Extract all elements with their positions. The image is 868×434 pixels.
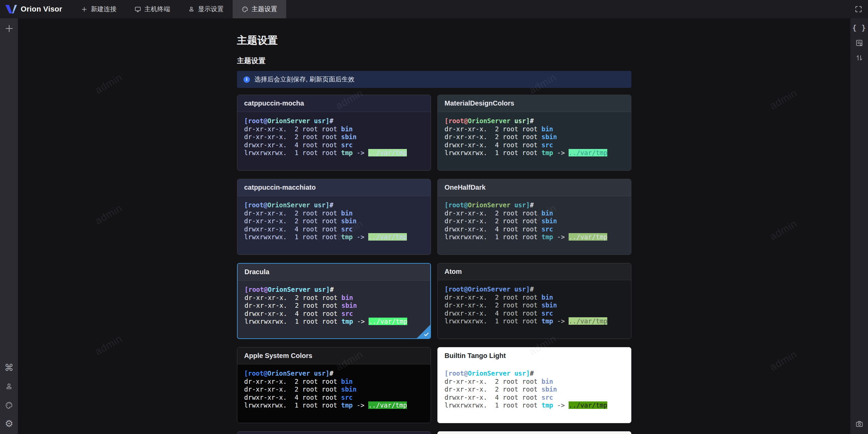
- theme-card-header: Builtin Tango Light: [438, 347, 631, 364]
- theme-card-header: MaterialDesignColors: [438, 95, 631, 112]
- tab-host-terminal[interactable]: 主机终端: [125, 0, 179, 18]
- theme-card[interactable]: Apple System Colors [root@OrionServer us…: [237, 347, 431, 423]
- doc-bookmark-icon: [855, 39, 864, 47]
- theme-card[interactable]: [437, 431, 631, 434]
- theme-settings-button[interactable]: [2, 398, 16, 413]
- terminal-preview: [root@OrionServer usr]#dr-xr-xr-x. 2 roo…: [237, 112, 431, 157]
- right-sidebar-bottom: [852, 416, 866, 431]
- info-banner-text: 选择后会立刻保存, 刷新页面后生效: [254, 75, 355, 84]
- theme-name: OneHalfDark: [445, 184, 486, 191]
- theme-card-header: catppuccin-mocha: [237, 95, 431, 112]
- display-settings-button[interactable]: [2, 379, 16, 394]
- transfer-button[interactable]: [852, 50, 866, 65]
- gear-icon: [5, 419, 13, 429]
- fullscreen-icon: [854, 5, 863, 13]
- theme-card[interactable]: Dracula [root@OrionServer usr]#dr-xr-xr-…: [237, 263, 431, 339]
- check-icon: [423, 332, 429, 337]
- tab-label: 新建连接: [91, 5, 117, 14]
- theme-card-header: [438, 432, 631, 434]
- variables-button[interactable]: [852, 20, 866, 35]
- right-sidebar: [850, 18, 868, 434]
- page-title: 主题设置: [237, 34, 631, 48]
- theme-card[interactable]: OneHalfDark [root@OrionServer usr]#dr-xr…: [437, 179, 631, 255]
- tab-label: 主机终端: [144, 5, 170, 14]
- stamp-icon: [188, 6, 195, 13]
- topbar: Orion Visor 新建连接 主机终端 显示设置 主题设置: [0, 0, 868, 18]
- stamp-icon: [5, 382, 13, 391]
- terminal-preview: [root@OrionServer usr]#dr-xr-xr-x. 2 roo…: [237, 364, 431, 410]
- info-icon: [243, 76, 250, 83]
- plus-icon: [4, 23, 14, 34]
- theme-card-header: catppuccin-macchiato: [237, 179, 431, 196]
- theme-card-header: Dracula: [238, 264, 430, 281]
- command-icon: [4, 363, 14, 373]
- theme-name: catppuccin-mocha: [244, 99, 304, 107]
- new-tab-button[interactable]: [2, 21, 16, 36]
- left-sidebar: [0, 18, 18, 434]
- terminal-monitor-icon: [134, 6, 141, 13]
- nav-tabs: 新建连接 主机终端 显示设置 主题设置: [72, 0, 286, 18]
- info-banner: 选择后会立刻保存, 刷新页面后生效: [237, 71, 631, 88]
- theme-card[interactable]: Builtin Tango Light [root@OrionServer us…: [437, 347, 631, 423]
- palette-icon: [241, 6, 249, 13]
- terminal-preview: [root@OrionServer usr]#dr-xr-xr-x. 2 roo…: [438, 280, 631, 325]
- left-sidebar-bottom: [2, 360, 16, 431]
- terminal-preview: [root@OrionServer usr]#dr-xr-xr-x. 2 roo…: [238, 281, 430, 326]
- theme-card-header: Apple System Colors: [237, 347, 431, 364]
- tab-theme-settings[interactable]: 主题设置: [233, 0, 286, 18]
- theme-name: Atom: [445, 268, 462, 276]
- app-logo[interactable]: Orion Visor: [0, 0, 72, 18]
- terminal-preview: [root@OrionServer usr]#dr-xr-xr-x. 2 roo…: [438, 364, 631, 410]
- theme-card[interactable]: [237, 431, 431, 434]
- theme-card[interactable]: MaterialDesignColors [root@OrionServer u…: [437, 95, 631, 171]
- camera-icon: [855, 420, 864, 428]
- plus-icon: [81, 6, 88, 13]
- theme-card-header: Atom: [438, 263, 631, 280]
- theme-card[interactable]: catppuccin-mocha [root@OrionServer usr]#…: [237, 95, 431, 171]
- theme-card-grid: catppuccin-mocha [root@OrionServer usr]#…: [237, 95, 631, 434]
- theme-card-header: [237, 432, 431, 434]
- main-content: 主题设置 主题设置 选择后会立刻保存, 刷新页面后生效 catppuccin-m…: [18, 18, 850, 434]
- screenshot-button[interactable]: [852, 416, 866, 431]
- terminal-preview: [root@OrionServer usr]#dr-xr-xr-x. 2 roo…: [438, 196, 631, 241]
- tab-label: 显示设置: [198, 5, 224, 14]
- theme-name: MaterialDesignColors: [445, 99, 514, 107]
- sort-arrows-icon: [855, 54, 864, 62]
- theme-name: Builtin Tango Light: [445, 352, 506, 360]
- section-title: 主题设置: [237, 56, 631, 65]
- theme-name: catppuccin-macchiato: [244, 184, 316, 191]
- app-title: Orion Visor: [21, 5, 62, 14]
- tab-display-settings[interactable]: 显示设置: [179, 0, 233, 18]
- settings-button[interactable]: [2, 416, 16, 431]
- orion-visor-logo-icon: [5, 4, 17, 15]
- snippets-button[interactable]: [852, 35, 866, 50]
- tab-new-connection[interactable]: 新建连接: [72, 0, 125, 18]
- theme-card-header: OneHalfDark: [438, 179, 631, 196]
- theme-card[interactable]: Atom [root@OrionServer usr]#dr-xr-xr-x. …: [437, 263, 631, 339]
- theme-card[interactable]: catppuccin-macchiato [root@OrionServer u…: [237, 179, 431, 255]
- theme-name: Apple System Colors: [244, 352, 312, 360]
- terminal-preview: [root@OrionServer usr]#dr-xr-xr-x. 2 roo…: [438, 112, 631, 157]
- theme-name: Dracula: [244, 268, 269, 276]
- terminal-preview: [root@OrionServer usr]#dr-xr-xr-x. 2 roo…: [237, 196, 431, 241]
- palette-icon: [5, 401, 13, 410]
- braces-icon: [852, 24, 866, 32]
- command-shortcut-button[interactable]: [2, 360, 16, 375]
- fullscreen-button[interactable]: [849, 0, 868, 18]
- tab-label: 主题设置: [252, 5, 277, 14]
